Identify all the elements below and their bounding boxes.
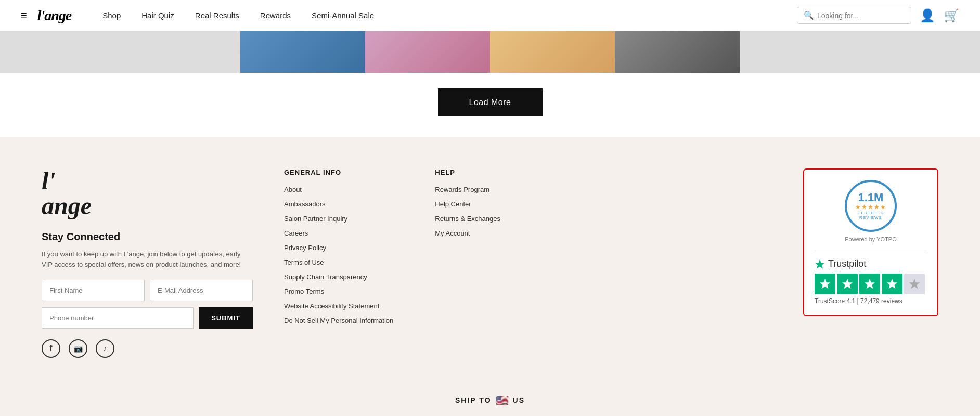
nav-semi-annual-sale[interactable]: Semi-Annual Sale (312, 11, 374, 20)
site-logo[interactable]: l'ange (37, 7, 72, 24)
trustpilot-score: TrustScore 4.1 | 72,479 reviews (815, 297, 927, 305)
terms-of-use-link[interactable]: Terms of Use (284, 258, 324, 266)
image-strip (0, 31, 980, 73)
list-item: Returns & Exchanges (435, 214, 500, 223)
powered-by-label: Powered by YOTPO (815, 236, 927, 242)
instagram-icon[interactable]: 📷 (69, 339, 87, 358)
nav-real-results[interactable]: Real Results (195, 11, 239, 20)
svg-marker-1 (820, 279, 830, 289)
stay-connected-title: Stay Connected (42, 231, 253, 243)
footer-main: l'ange Stay Connected If you want to kee… (42, 168, 938, 358)
returns-exchanges-link[interactable]: Returns & Exchanges (435, 215, 500, 223)
about-link[interactable]: About (284, 186, 302, 193)
svg-marker-5 (909, 279, 920, 289)
search-input[interactable] (817, 11, 908, 20)
svg-marker-3 (865, 279, 875, 289)
trust-box: 1.1M ★★★★★ CERTIFIED REVIEWS Powered by … (803, 168, 938, 316)
ship-to-text: SHIP TO (455, 396, 492, 405)
help-heading: HELP (435, 168, 500, 176)
ship-to-section[interactable]: SHIP TO 🇺🇸 US (0, 379, 980, 416)
tp-star-3 (859, 274, 880, 294)
nav-hair-quiz[interactable]: Hair Quiz (141, 11, 174, 20)
header: ≡ l'ange Shop Hair Quiz Real Results Rew… (0, 0, 980, 31)
tp-star-2 (837, 274, 858, 294)
yotpo-certified-label: CERTIFIED REVIEWS (847, 211, 895, 220)
list-item: Website Accessibility Statement (284, 301, 393, 310)
supply-chain-link[interactable]: Supply Chain Transparency (284, 273, 367, 281)
yotpo-stars: ★★★★★ (855, 203, 886, 211)
load-more-button[interactable]: Load More (438, 88, 543, 116)
phone-input[interactable] (42, 307, 194, 329)
social-icons: f 📷 ♪ (42, 339, 253, 358)
footer: l'ange Stay Connected If you want to kee… (0, 137, 980, 379)
yotpo-circle: 1.1M ★★★★★ CERTIFIED REVIEWS (845, 180, 897, 232)
hamburger-menu-icon[interactable]: ≡ (21, 9, 27, 21)
ambassadors-link[interactable]: Ambassadors (284, 200, 325, 208)
submit-button[interactable]: SUBMIT (199, 307, 253, 329)
footer-col-help: HELP Rewards Program Help Center Returns… (435, 168, 500, 330)
salon-partner-link[interactable]: Salon Partner Inquiry (284, 215, 347, 223)
svg-marker-0 (815, 259, 824, 269)
trustpilot-section: Trustpilot (815, 251, 927, 305)
list-item: Terms of Use (284, 257, 393, 267)
list-item: Do Not Sell My Personal Information (284, 316, 393, 325)
main-nav: Shop Hair Quiz Real Results Rewards Semi… (102, 11, 797, 20)
profile-icon[interactable]: 👤 (920, 8, 935, 23)
image-block-4 (615, 31, 740, 73)
nav-rewards[interactable]: Rewards (260, 11, 291, 20)
accessibility-link[interactable]: Website Accessibility Statement (284, 302, 379, 310)
list-item: Promo Terms (284, 287, 393, 296)
trustpilot-name: Trustpilot (828, 258, 866, 269)
help-list: Rewards Program Help Center Returns & Ex… (435, 185, 500, 238)
search-bar[interactable]: 🔍 (797, 7, 911, 24)
svg-marker-4 (887, 279, 897, 289)
yotpo-badge: 1.1M ★★★★★ CERTIFIED REVIEWS Powered by … (815, 180, 927, 242)
do-not-sell-link[interactable]: Do Not Sell My Personal Information (284, 317, 393, 324)
list-item: Rewards Program (435, 185, 500, 194)
list-item: Ambassadors (284, 199, 393, 209)
general-info-heading: GENERAL INFO (284, 168, 393, 176)
rewards-program-link[interactable]: Rewards Program (435, 186, 489, 193)
careers-link[interactable]: Careers (284, 229, 308, 237)
load-more-section: Load More (0, 73, 980, 137)
cart-icon[interactable]: 🛒 (944, 8, 959, 23)
svg-marker-2 (842, 279, 853, 289)
us-text: US (513, 396, 525, 405)
image-block-1 (240, 31, 365, 73)
list-item: Privacy Policy (284, 243, 393, 252)
tiktok-icon[interactable]: ♪ (96, 339, 114, 358)
tp-star-1 (815, 274, 835, 294)
search-icon: 🔍 (804, 10, 814, 20)
help-center-link[interactable]: Help Center (435, 200, 471, 208)
us-flag-icon: 🇺🇸 (496, 394, 509, 407)
image-block-3 (490, 31, 615, 73)
nav-shop[interactable]: Shop (102, 11, 121, 20)
tp-stars-row (815, 274, 927, 294)
my-account-link[interactable]: My Account (435, 229, 470, 237)
footer-logo: l'ange (42, 168, 253, 218)
footer-nav-area: GENERAL INFO About Ambassadors Salon Par… (284, 168, 772, 330)
footer-col-general-info: GENERAL INFO About Ambassadors Salon Par… (284, 168, 393, 330)
privacy-policy-link[interactable]: Privacy Policy (284, 244, 326, 252)
trustpilot-star-icon (815, 259, 825, 269)
header-right: 🔍 👤 🛒 (797, 7, 959, 24)
trustpilot-logo[interactable]: Trustpilot (815, 258, 927, 269)
list-item: Supply Chain Transparency (284, 272, 393, 281)
tp-star-5 (904, 274, 925, 294)
name-email-row (42, 280, 253, 301)
list-item: Salon Partner Inquiry (284, 214, 393, 223)
list-item: My Account (435, 228, 500, 238)
facebook-icon[interactable]: f (42, 339, 60, 358)
promo-terms-link[interactable]: Promo Terms (284, 288, 324, 295)
footer-logo-text: l'ange (42, 167, 92, 219)
list-item: Careers (284, 228, 393, 238)
footer-left: l'ange Stay Connected If you want to kee… (42, 168, 253, 358)
list-item: About (284, 185, 393, 194)
yotpo-review-count: 1.1M (858, 192, 884, 203)
image-block-2 (365, 31, 490, 73)
stay-connected-desc: If you want to keep up with L'ange, join… (42, 249, 253, 269)
general-info-list: About Ambassadors Salon Partner Inquiry … (284, 185, 393, 325)
first-name-input[interactable] (42, 280, 145, 301)
email-input[interactable] (150, 280, 253, 301)
list-item: Help Center (435, 199, 500, 209)
